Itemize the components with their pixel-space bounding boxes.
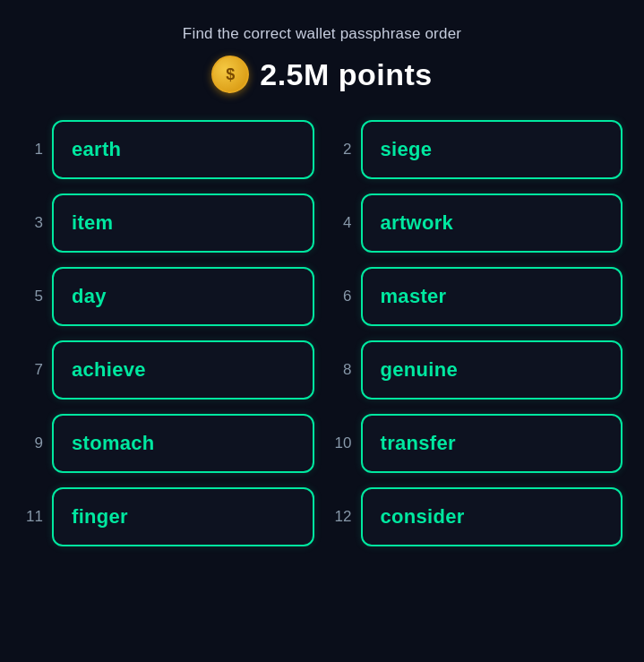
points-row: $ 2.5M points bbox=[211, 56, 433, 93]
word-item-5: 5day bbox=[21, 267, 314, 326]
word-number-5: 5 bbox=[21, 288, 43, 305]
word-box-8[interactable]: genuine bbox=[361, 340, 623, 400]
word-number-11: 11 bbox=[21, 508, 43, 526]
word-number-9: 9 bbox=[21, 434, 43, 452]
word-box-9[interactable]: stomach bbox=[52, 414, 314, 473]
word-box-6[interactable]: master bbox=[361, 267, 623, 326]
word-number-10: 10 bbox=[331, 434, 352, 452]
word-number-12: 12 bbox=[331, 508, 352, 526]
word-number-3: 3 bbox=[21, 214, 43, 232]
word-number-1: 1 bbox=[21, 141, 43, 159]
word-box-12[interactable]: consider bbox=[361, 487, 623, 546]
word-item-4: 4artwork bbox=[331, 193, 623, 253]
word-number-6: 6 bbox=[331, 288, 352, 305]
word-item-12: 12consider bbox=[331, 487, 623, 546]
word-number-8: 8 bbox=[331, 361, 352, 379]
word-box-1[interactable]: earth bbox=[52, 120, 314, 179]
word-item-2: 2siege bbox=[331, 120, 623, 179]
main-container: Find the correct wallet passphrase order… bbox=[0, 0, 644, 662]
word-item-10: 10transfer bbox=[331, 414, 623, 473]
points-display: 2.5M points bbox=[260, 57, 433, 92]
word-box-10[interactable]: transfer bbox=[361, 414, 623, 473]
word-item-9: 9stomach bbox=[21, 414, 314, 473]
word-box-7[interactable]: achieve bbox=[52, 340, 314, 400]
word-number-2: 2 bbox=[331, 141, 352, 159]
word-item-1: 1earth bbox=[21, 120, 314, 179]
instruction-text: Find the correct wallet passphrase order bbox=[183, 25, 461, 43]
word-box-2[interactable]: siege bbox=[361, 120, 623, 179]
word-number-7: 7 bbox=[21, 361, 43, 379]
word-item-11: 11finger bbox=[21, 487, 314, 546]
word-item-6: 6master bbox=[331, 267, 623, 326]
words-grid: 1earth2siege3item4artwork5day6master7ach… bbox=[21, 120, 623, 546]
word-box-5[interactable]: day bbox=[52, 267, 314, 326]
word-box-11[interactable]: finger bbox=[52, 487, 314, 546]
word-number-4: 4 bbox=[331, 214, 352, 232]
coin-icon: $ bbox=[211, 56, 249, 93]
word-item-3: 3item bbox=[21, 193, 314, 253]
word-box-3[interactable]: item bbox=[52, 193, 314, 253]
word-item-7: 7achieve bbox=[21, 340, 314, 400]
word-item-8: 8genuine bbox=[331, 340, 623, 400]
word-box-4[interactable]: artwork bbox=[361, 193, 623, 253]
